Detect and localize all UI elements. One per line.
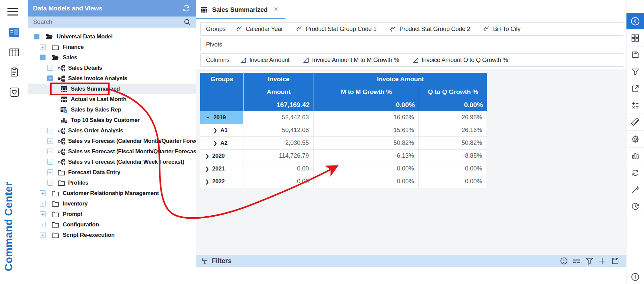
workspace-icon[interactable]	[8, 26, 20, 38]
formula-button[interactable]	[626, 97, 644, 114]
tree-item-sales-details[interactable]: +Sales Details	[28, 63, 196, 73]
export-button[interactable]	[626, 80, 644, 97]
save-button[interactable]	[626, 46, 644, 63]
style-picker-button[interactable]	[626, 181, 644, 198]
tree-item-finance[interactable]: +Finance	[28, 42, 196, 52]
expand-icon[interactable]: +	[40, 232, 46, 238]
favorites-icon[interactable]	[8, 86, 20, 98]
filter-button[interactable]	[626, 63, 644, 80]
summary-list-icon[interactable]	[570, 255, 583, 267]
tree-item-label: Profiles	[68, 180, 88, 186]
search-icon[interactable]	[183, 18, 192, 26]
tab-close-icon[interactable]: ✕	[274, 6, 279, 13]
expand-icon[interactable]: +	[40, 211, 46, 217]
settings-button[interactable]	[626, 131, 644, 148]
tree-item-sales-by-sales-rep[interactable]: Sales by Sales Rep	[28, 104, 196, 115]
hamburger-menu-icon[interactable]	[7, 5, 19, 15]
group-cell[interactable]: ❯2021	[200, 162, 243, 175]
grid-header-invoice-amount-span[interactable]: Invoice Amount	[314, 73, 487, 86]
chevron-right-icon[interactable]: ❯	[205, 153, 209, 159]
expand-icon[interactable]: +	[47, 138, 53, 144]
group-chip-calendar-year[interactable]: Calendar Year	[236, 26, 283, 33]
search-input[interactable]: Search	[28, 17, 196, 28]
collapse-icon[interactable]: −	[40, 55, 46, 60]
grid-header-invoice[interactable]: Invoice	[243, 73, 314, 86]
info-button[interactable]	[626, 270, 644, 284]
tree-item-customer-relationship-management[interactable]: +Customer Relationship Management	[28, 188, 196, 198]
expand-icon[interactable]: +	[47, 149, 53, 154]
group-cell[interactable]: ⌄2019	[200, 111, 243, 124]
tree-item-actual-vs-last-month[interactable]: Actual vs Last Month	[28, 94, 196, 104]
tree-item-inventory[interactable]: +Inventory	[28, 198, 196, 209]
tree-item-sales-vs-forecast-calendar-week-forecast[interactable]: +Sales vs Forecast (Calendar Week Foreca…	[28, 157, 196, 167]
group-chip-product-stat-group-code-2[interactable]: Product Stat Group Code 2	[389, 26, 470, 33]
tree-item-sales[interactable]: −Sales	[28, 52, 196, 63]
group-cell[interactable]: ❯2020	[200, 150, 243, 162]
chevron-down-icon[interactable]: ⌄	[205, 115, 210, 118]
tree-item-prompt[interactable]: +Prompt	[28, 209, 196, 219]
tree-item-sales-vs-forecast-calendar-month-quarter-forecast[interactable]: +Sales vs Forecast (Calendar Month/Quart…	[28, 136, 196, 146]
tree-item-configuration[interactable]: +Configuration	[28, 219, 196, 230]
collapse-icon[interactable]: −	[34, 34, 39, 39]
tree-item-sales-order-analysis[interactable]: +Sales Order Analysis	[28, 125, 196, 136]
group-cell[interactable]: ❯A2	[200, 137, 243, 149]
grid-header-groups[interactable]: Groups	[200, 73, 243, 86]
column-chip-invoice-amount-m-to-m-growth[interactable]: Invoice Amount M to M Growth %	[302, 57, 399, 64]
column-chip-invoice-amount-q-to-q-growth[interactable]: Invoice Amount Q to Q Growth %	[412, 57, 508, 64]
add-filter-icon[interactable]	[596, 255, 609, 267]
tree-item-label: Inventory	[63, 200, 88, 207]
chevron-right-icon[interactable]: ❯	[213, 140, 217, 146]
folder-icon	[52, 43, 59, 51]
tree-item-forecast-data-entry[interactable]: +Forecast Data Entry	[28, 167, 196, 178]
tasks-icon[interactable]	[8, 66, 20, 78]
expand-icon[interactable]: +	[47, 169, 53, 175]
folder-icon	[52, 231, 59, 239]
chevron-right-icon[interactable]: ❯	[213, 127, 217, 133]
group-label: A2	[221, 140, 228, 147]
alert-info-icon[interactable]	[557, 255, 570, 267]
refresh-button[interactable]	[626, 164, 644, 181]
measure-button[interactable]	[626, 114, 644, 131]
tab-sales-summarized[interactable]: Sales Summarized ✕	[196, 0, 285, 19]
grid-header-amount[interactable]: Amount	[243, 86, 314, 98]
expand-icon[interactable]: +	[40, 190, 46, 196]
layout-button[interactable]	[626, 30, 644, 46]
set-square-icon	[302, 57, 310, 64]
chevron-right-icon[interactable]: ❯	[205, 179, 209, 185]
chevron-right-icon[interactable]: ❯	[205, 166, 209, 172]
grid-header-mtm[interactable]: M to M Growth %	[314, 86, 419, 98]
tree-item-sales-summarized[interactable]: Sales Summarized	[28, 84, 196, 94]
save-filter-icon[interactable]	[609, 255, 621, 267]
expand-icon[interactable]: +	[47, 65, 53, 71]
tree-item-label: Actual vs Last Month	[71, 96, 126, 103]
expand-icon[interactable]: +	[47, 159, 53, 165]
history-button[interactable]	[626, 198, 644, 215]
tree-item-universal-data-model[interactable]: −Universal Data Model	[28, 31, 196, 42]
column-chip-invoice-amount[interactable]: Invoice Amount	[240, 57, 290, 64]
tree-item-script-re-execution[interactable]: +Script Re-execution	[28, 230, 196, 240]
expand-icon[interactable]: +	[40, 44, 46, 50]
chart-button[interactable]	[626, 148, 644, 164]
refresh-icon[interactable]	[182, 4, 191, 13]
collapse-icon[interactable]: −	[47, 75, 53, 81]
grid-header-qtq[interactable]: Q to Q Growth %	[419, 86, 487, 98]
tree-item-label: Customer Relationship Management	[63, 190, 159, 197]
group-cell[interactable]: ❯2022	[200, 175, 243, 188]
data-table-icon[interactable]	[8, 46, 20, 58]
folder-icon	[52, 221, 59, 228]
tree-item-sales-vs-forecast-fiscal-month-quarter-forecast[interactable]: +Sales vs Forecast (Fiscal Month/Quarter…	[28, 146, 196, 157]
tree-item-sales-invoice-analysis[interactable]: −Sales Invoice Analysis	[28, 73, 196, 84]
group-chip-product-stat-group-code-1[interactable]: Product Stat Group Code 1	[296, 26, 377, 33]
expand-icon[interactable]: +	[47, 128, 53, 133]
filters-bar[interactable]: Filters	[196, 255, 626, 267]
expand-icon[interactable]: +	[40, 222, 46, 227]
group-cell[interactable]: ❯A1	[200, 124, 243, 136]
filter-icon[interactable]	[583, 255, 596, 267]
collapse-panel-button[interactable]	[626, 13, 644, 30]
expand-icon[interactable]: +	[40, 201, 46, 207]
group-chip-bill-to-city[interactable]: Bill-To City	[483, 26, 520, 33]
tree-item-profiles[interactable]: +Profiles	[28, 178, 196, 188]
grid-icon	[60, 96, 67, 103]
expand-icon[interactable]: +	[47, 180, 53, 186]
tree-item-top-10-sales-by-customer[interactable]: Top 10 Sales by Customer	[28, 115, 196, 125]
